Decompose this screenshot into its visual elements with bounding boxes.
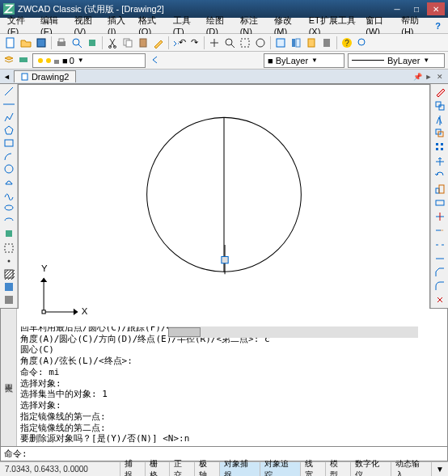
erase-icon[interactable] [433, 86, 447, 98]
status-toggle[interactable]: 动态输入 [391, 462, 431, 477]
help-icon[interactable]: ? [431, 19, 445, 32]
status-toggle[interactable]: 对象追踪 [260, 462, 300, 477]
trim-icon[interactable] [433, 211, 447, 223]
layer-manager-icon[interactable] [3, 54, 15, 67]
svg-text:?: ? [344, 39, 349, 48]
layer-dropdown[interactable]: ■ 0 ▼ [32, 53, 146, 68]
tab-scroll-right-icon[interactable]: ► [424, 72, 433, 82]
search-icon[interactable] [355, 36, 370, 50]
mirror-icon[interactable] [433, 113, 447, 125]
status-toggle[interactable]: 线宽 [300, 462, 325, 477]
properties-icon[interactable] [273, 36, 288, 50]
explode-icon[interactable] [433, 294, 447, 306]
tab-close-icon[interactable]: ✕ [435, 72, 445, 82]
cmd-handle[interactable]: 即夹点 [1, 309, 17, 446]
arc-icon[interactable] [2, 150, 16, 162]
linetype-dropdown[interactable]: ByLayer▼ [348, 53, 445, 68]
toolbar-standard: ↶ ↷ ? [0, 34, 448, 52]
cmd-line: 圆心(C) [20, 344, 444, 356]
ellipse-icon[interactable] [2, 202, 16, 213]
offset-icon[interactable] [433, 128, 447, 140]
publish-icon[interactable] [85, 36, 99, 50]
copy-obj-icon[interactable] [433, 99, 447, 112]
break-icon[interactable] [433, 238, 447, 251]
redo-icon[interactable]: ↷ [187, 36, 201, 50]
svg-rect-57 [436, 148, 438, 150]
cmd-line: 选择对象: [20, 400, 444, 411]
svg-rect-17 [277, 39, 285, 47]
layer-states-icon[interactable] [18, 54, 29, 67]
new-icon[interactable] [3, 36, 18, 50]
undo-icon[interactable]: ↶ [171, 36, 186, 50]
close-button[interactable]: ✕ [427, 2, 445, 15]
scale-icon[interactable] [433, 183, 447, 195]
tab-pin-icon[interactable]: 📌 [412, 72, 422, 82]
status-toggle[interactable]: 对象捕捉 [219, 462, 260, 477]
block-icon[interactable] [2, 242, 16, 254]
line-icon[interactable] [2, 86, 16, 97]
move-icon[interactable] [433, 155, 447, 167]
copy-icon[interactable] [120, 36, 135, 50]
command-prompt: 命令: [4, 448, 27, 460]
designcenter-icon[interactable] [289, 36, 303, 50]
region-icon[interactable] [2, 294, 16, 305]
stretch-icon[interactable] [433, 197, 447, 209]
zoom-icon[interactable] [222, 36, 237, 50]
layer-prev-icon[interactable] [149, 54, 160, 67]
cmd-line: 指定镜像线的第一点: [20, 411, 444, 423]
drawing-canvas[interactable]: X Y [19, 85, 429, 326]
rotate-icon[interactable] [433, 169, 447, 181]
svg-point-24 [358, 39, 365, 45]
color-dropdown[interactable]: ■ ByLayer▼ [264, 53, 344, 68]
pan-icon[interactable] [207, 36, 222, 50]
chamfer-icon[interactable] [433, 266, 447, 278]
status-toggle[interactable]: 正交 [169, 462, 194, 477]
hscroll-track[interactable] [168, 326, 418, 338]
status-toggle[interactable]: 捕捉 [120, 462, 145, 477]
paste-icon[interactable] [136, 36, 150, 50]
zoom-prev-icon[interactable] [253, 36, 268, 50]
status-toggle[interactable]: 数字化仪 [350, 462, 391, 477]
spline-icon[interactable] [2, 189, 16, 200]
open-icon[interactable] [19, 36, 33, 50]
insert-icon[interactable] [2, 228, 16, 239]
hatch-icon[interactable] [2, 268, 16, 280]
preview-icon[interactable] [70, 36, 84, 50]
polyline-icon[interactable] [2, 112, 16, 123]
fillet-icon[interactable] [433, 280, 447, 293]
polygon-icon[interactable] [2, 124, 16, 136]
status-toggle[interactable]: 极轴 [194, 462, 219, 477]
toolpalettes-icon[interactable] [304, 36, 319, 50]
zoom-window-icon[interactable] [238, 36, 252, 50]
array-icon[interactable] [433, 141, 447, 154]
doc-tab[interactable]: Drawing2 [14, 70, 76, 82]
svg-rect-29 [22, 74, 27, 80]
save-icon[interactable] [34, 36, 49, 50]
status-toggle[interactable]: 栅格 [145, 462, 170, 477]
print-icon[interactable] [54, 36, 69, 50]
svg-rect-28 [54, 60, 59, 64]
svg-rect-20 [308, 39, 315, 47]
cut-icon[interactable] [105, 36, 120, 50]
rectangle-icon[interactable] [2, 137, 16, 149]
ellipse-arc-icon[interactable] [2, 215, 16, 226]
join-icon[interactable] [433, 252, 447, 264]
extend-icon[interactable] [433, 225, 447, 237]
matchprop-icon[interactable] [151, 36, 166, 50]
tab-scroll-left-icon[interactable]: ◄ [3, 73, 11, 81]
canvas-wrap: X Y ⏮ ◄ ► ⏭ Model布局1布局2 / ► [18, 84, 430, 308]
svg-rect-51 [436, 102, 441, 107]
workarea: A X Y ⏮ ◄ ► [0, 84, 448, 308]
status-toggle[interactable]: 模型 [325, 462, 350, 477]
circle-icon[interactable] [2, 163, 16, 175]
calc-icon[interactable] [319, 36, 334, 50]
svg-rect-58 [441, 148, 443, 150]
revcloud-icon[interactable] [2, 176, 16, 187]
point-icon[interactable] [2, 255, 16, 267]
xline-icon[interactable] [2, 99, 16, 110]
gradient-icon[interactable] [2, 281, 16, 293]
hscroll-thumb[interactable] [168, 327, 201, 337]
status-down-icon[interactable]: ▼ [431, 462, 448, 477]
svg-rect-56 [441, 143, 443, 145]
help-button-icon[interactable]: ? [340, 36, 354, 50]
